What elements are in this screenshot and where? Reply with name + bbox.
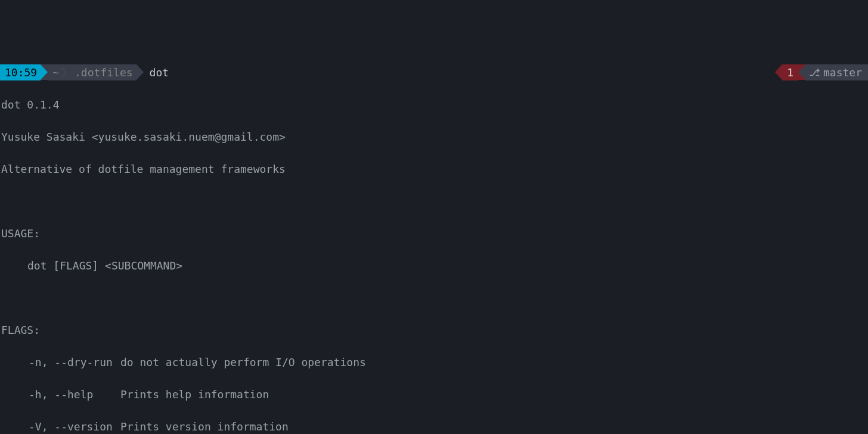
prompt-time: 10:59: [0, 64, 41, 80]
separator-icon: [41, 64, 48, 80]
output-version: dot 0.1.4: [0, 97, 868, 113]
prompt-path: ~〉.dotfiles: [48, 64, 136, 80]
usage-heading: USAGE:: [0, 225, 868, 241]
flag-row: -n, --dry-rundo not actually perform I/O…: [0, 354, 868, 370]
separator-icon: [798, 64, 805, 80]
output-description: Alternative of dotfile management framew…: [0, 161, 868, 177]
flag-row: -h, --helpPrints help information: [0, 386, 868, 402]
status-badge: 1: [782, 64, 798, 80]
flags-heading: FLAGS:: [0, 322, 868, 338]
prompt-line-1[interactable]: 10:59 ~〉.dotfiles dot 1 ⎇master: [0, 64, 868, 80]
command-input[interactable]: dot: [144, 64, 169, 80]
blank-line: [0, 290, 868, 306]
git-branch: ⎇master: [805, 64, 868, 80]
branch-icon: ⎇: [809, 64, 820, 80]
flag-row: -V, --versionPrints version information: [0, 418, 868, 434]
separator-icon: [775, 64, 782, 80]
separator-icon: [137, 64, 144, 80]
blank-line: [0, 193, 868, 209]
usage-body: dot [FLAGS] <SUBCOMMAND>: [0, 258, 868, 274]
right-status: 1 ⎇master: [775, 64, 868, 80]
output-author: Yusuke Sasaki <yusuke.sasaki.nuem@gmail.…: [0, 129, 868, 145]
